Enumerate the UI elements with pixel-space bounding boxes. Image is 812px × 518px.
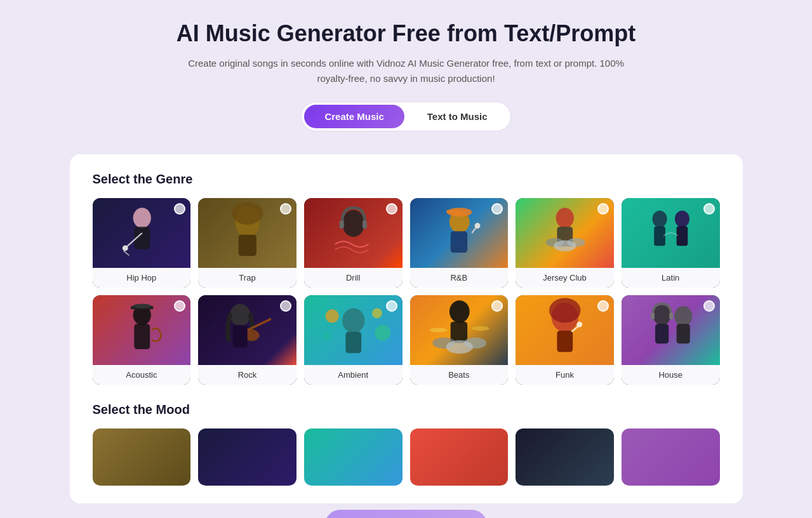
page-subtitle: Create original songs in seconds online …: [184, 56, 629, 86]
genre-card-beats[interactable]: Beats: [410, 295, 509, 385]
svg-point-46: [471, 326, 489, 331]
genre-label-beats: Beats: [410, 365, 509, 385]
svg-point-53: [674, 306, 692, 326]
genre-radio-trap[interactable]: [280, 203, 291, 215]
svg-rect-54: [651, 313, 655, 320]
genre-radio-ambient[interactable]: [386, 300, 397, 312]
mood-card-6[interactable]: [622, 428, 720, 486]
svg-rect-55: [669, 313, 673, 320]
svg-rect-56: [655, 324, 669, 343]
genre-label-rock: Rock: [198, 365, 296, 385]
genre-card-ambient[interactable]: Ambient: [304, 295, 403, 385]
genre-card-house[interactable]: House: [622, 295, 720, 385]
svg-point-4: [122, 245, 128, 251]
genre-card-jerseyclub[interactable]: Jersey Club: [516, 198, 614, 288]
genre-label-ambient: Ambient: [304, 365, 403, 385]
svg-point-38: [375, 325, 390, 341]
tab-switcher: Create Music Text to Music: [301, 102, 510, 131]
svg-point-51: [576, 322, 582, 328]
genre-card-rnb[interactable]: R&B: [410, 198, 509, 288]
mood-card-4[interactable]: [410, 428, 509, 486]
genre-label-house: House: [622, 365, 720, 385]
genre-radio-drill[interactable]: [386, 203, 397, 215]
mood-card-3[interactable]: [304, 428, 403, 486]
svg-rect-32: [233, 325, 248, 347]
genre-label-rnb: R&B: [410, 268, 509, 288]
mood-section: Select the Mood: [93, 402, 720, 486]
genre-section-title: Select the Genre: [93, 172, 720, 187]
genre-radio-rock[interactable]: [280, 300, 291, 312]
svg-point-18: [556, 208, 574, 228]
mood-section-title: Select the Mood: [93, 402, 720, 417]
svg-rect-24: [654, 226, 665, 246]
genre-card-acoustic[interactable]: Acoustic: [93, 295, 191, 385]
page-title: AI Music Generator Free from Text/Prompt: [133, 20, 679, 47]
svg-rect-41: [450, 322, 467, 343]
svg-point-37: [372, 309, 382, 319]
genre-radio-jerseyclub[interactable]: [597, 203, 609, 215]
svg-line-16: [472, 227, 476, 233]
mood-card-1[interactable]: [93, 428, 191, 486]
svg-rect-10: [340, 221, 344, 229]
svg-point-44: [446, 340, 472, 354]
svg-point-52: [653, 305, 670, 325]
genre-label-latin: Latin: [622, 268, 720, 288]
svg-point-45: [429, 328, 447, 332]
svg-rect-30: [134, 324, 150, 349]
genre-radio-funk[interactable]: [597, 300, 609, 312]
tab-text-to-music[interactable]: Text to Music: [407, 105, 508, 128]
genre-label-trap: Trap: [198, 268, 296, 288]
mood-card-5[interactable]: [516, 428, 614, 486]
generate-music-button[interactable]: Generate Music: [325, 510, 487, 518]
tab-create-music[interactable]: Create Music: [304, 105, 404, 128]
page-header: AI Music Generator Free from Text/Prompt…: [121, 0, 692, 144]
svg-rect-57: [676, 324, 689, 343]
svg-rect-26: [676, 226, 688, 246]
genre-label-jerseyclub: Jersey Club: [516, 268, 614, 288]
svg-point-29: [133, 303, 150, 308]
mood-grid: [93, 428, 720, 486]
genre-label-drill: Drill: [304, 268, 403, 288]
svg-rect-35: [345, 332, 361, 354]
svg-point-17: [474, 223, 480, 229]
genre-card-trap[interactable]: Trap: [198, 198, 296, 288]
svg-point-39: [322, 331, 331, 340]
svg-point-9: [342, 210, 364, 237]
svg-line-5: [123, 251, 129, 255]
mood-card-2[interactable]: [198, 428, 296, 486]
svg-point-48: [549, 298, 580, 323]
svg-rect-11: [363, 221, 367, 229]
genre-card-funk[interactable]: Funk: [516, 295, 614, 385]
svg-point-25: [675, 211, 689, 228]
genre-label-acoustic: Acoustic: [93, 365, 191, 385]
svg-point-36: [325, 309, 338, 322]
genre-label-funk: Funk: [516, 365, 614, 385]
genre-card-hiphop[interactable]: Hip Hop: [93, 198, 191, 288]
svg-point-1: [133, 208, 150, 228]
svg-point-22: [554, 240, 576, 251]
main-card: Select the Genre Hip Hop: [70, 154, 743, 503]
genre-label-hiphop: Hip Hop: [93, 268, 191, 288]
genre-card-drill[interactable]: Drill: [304, 198, 403, 288]
svg-point-31: [230, 303, 251, 326]
svg-rect-14: [446, 210, 459, 213]
genre-radio-latin[interactable]: [703, 203, 715, 215]
svg-rect-15: [450, 231, 467, 253]
svg-point-34: [342, 309, 364, 333]
svg-point-23: [652, 211, 667, 228]
svg-rect-49: [557, 331, 573, 352]
genre-radio-house[interactable]: [703, 300, 715, 312]
genre-card-latin[interactable]: Latin: [622, 198, 720, 288]
svg-point-7: [232, 202, 263, 224]
genre-card-rock[interactable]: Rock: [198, 295, 296, 385]
genre-grid: Hip Hop Trap: [93, 198, 720, 385]
svg-rect-8: [239, 235, 256, 256]
svg-point-40: [449, 300, 469, 322]
